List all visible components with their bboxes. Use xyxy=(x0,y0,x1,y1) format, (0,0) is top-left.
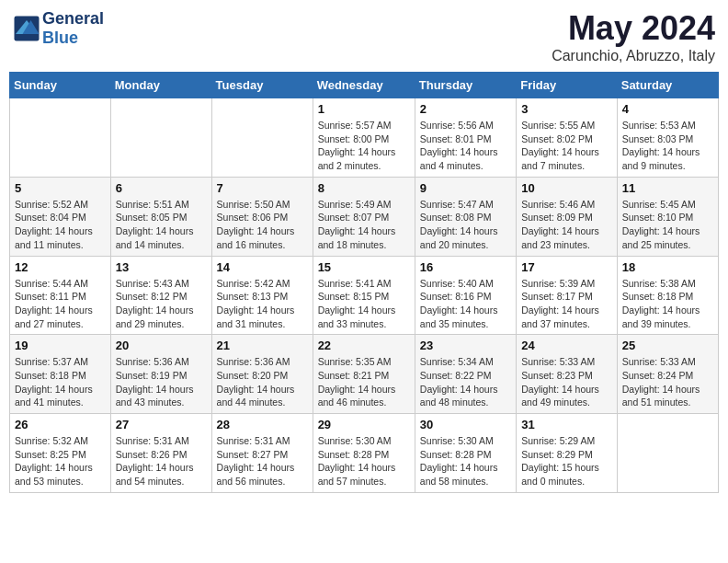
calendar-cell: 7Sunrise: 5:50 AMSunset: 8:06 PMDaylight… xyxy=(211,177,313,256)
cell-info: Sunrise: 5:39 AMSunset: 8:17 PMDaylight:… xyxy=(521,277,612,331)
weekday-header-sunday: Sunday xyxy=(10,73,111,98)
calendar-cell: 21Sunrise: 5:36 AMSunset: 8:20 PMDayligh… xyxy=(211,335,313,414)
calendar-cell xyxy=(10,98,111,178)
calendar-cell: 12Sunrise: 5:44 AMSunset: 8:11 PMDayligh… xyxy=(10,256,111,335)
calendar-cell: 16Sunrise: 5:40 AMSunset: 8:16 PMDayligh… xyxy=(415,256,516,335)
day-number: 27 xyxy=(116,418,207,431)
day-number: 7 xyxy=(217,181,308,195)
cell-info: Sunrise: 5:55 AMSunset: 8:02 PMDaylight:… xyxy=(521,119,612,173)
calendar-cell: 4Sunrise: 5:53 AMSunset: 8:03 PMDaylight… xyxy=(617,98,718,178)
calendar-cell: 18Sunrise: 5:38 AMSunset: 8:18 PMDayligh… xyxy=(617,256,718,335)
cell-info: Sunrise: 5:45 AMSunset: 8:10 PMDaylight:… xyxy=(622,198,713,252)
page-header: General Blue May 2024 Carunchio, Abruzzo… xyxy=(9,9,719,64)
calendar-table: SundayMondayTuesdayWednesdayThursdayFrid… xyxy=(9,72,719,493)
cell-info: Sunrise: 5:31 AMSunset: 8:26 PMDaylight:… xyxy=(116,434,207,488)
cell-info: Sunrise: 5:38 AMSunset: 8:18 PMDaylight:… xyxy=(622,277,713,331)
day-number: 10 xyxy=(521,181,612,195)
cell-info: Sunrise: 5:36 AMSunset: 8:20 PMDaylight:… xyxy=(217,355,308,409)
cell-info: Sunrise: 5:32 AMSunset: 8:25 PMDaylight:… xyxy=(15,434,106,488)
calendar-week-1: 1Sunrise: 5:57 AMSunset: 8:00 PMDaylight… xyxy=(10,98,719,178)
logo-blue-text: Blue xyxy=(42,29,78,47)
weekday-header-monday: Monday xyxy=(110,73,211,98)
weekday-header-friday: Friday xyxy=(517,73,618,98)
day-number: 2 xyxy=(420,102,511,116)
day-number: 28 xyxy=(217,418,308,431)
calendar-cell: 31Sunrise: 5:29 AMSunset: 8:29 PMDayligh… xyxy=(517,414,618,493)
logo-icon xyxy=(13,15,40,42)
cell-info: Sunrise: 5:50 AMSunset: 8:06 PMDaylight:… xyxy=(217,198,308,252)
cell-info: Sunrise: 5:51 AMSunset: 8:05 PMDaylight:… xyxy=(116,198,207,252)
day-number: 19 xyxy=(15,339,106,352)
calendar-header: SundayMondayTuesdayWednesdayThursdayFrid… xyxy=(10,73,719,98)
cell-info: Sunrise: 5:31 AMSunset: 8:27 PMDaylight:… xyxy=(217,434,308,488)
cell-info: Sunrise: 5:40 AMSunset: 8:16 PMDaylight:… xyxy=(420,277,511,331)
day-number: 5 xyxy=(15,181,106,195)
day-number: 13 xyxy=(116,260,207,274)
day-number: 20 xyxy=(116,339,207,352)
day-number: 12 xyxy=(15,260,106,274)
cell-info: Sunrise: 5:49 AMSunset: 8:07 PMDaylight:… xyxy=(318,198,410,252)
calendar-cell: 17Sunrise: 5:39 AMSunset: 8:17 PMDayligh… xyxy=(517,256,618,335)
cell-info: Sunrise: 5:29 AMSunset: 8:29 PMDaylight:… xyxy=(521,434,612,488)
calendar-cell: 9Sunrise: 5:47 AMSunset: 8:08 PMDaylight… xyxy=(415,177,516,256)
calendar-cell: 2Sunrise: 5:56 AMSunset: 8:01 PMDaylight… xyxy=(415,98,516,178)
calendar-cell: 5Sunrise: 5:52 AMSunset: 8:04 PMDaylight… xyxy=(10,177,111,256)
day-number: 15 xyxy=(318,260,410,274)
day-number: 4 xyxy=(622,102,713,116)
cell-info: Sunrise: 5:47 AMSunset: 8:08 PMDaylight:… xyxy=(420,198,511,252)
calendar-cell: 20Sunrise: 5:36 AMSunset: 8:19 PMDayligh… xyxy=(110,335,211,414)
weekday-header-tuesday: Tuesday xyxy=(211,73,313,98)
cell-info: Sunrise: 5:57 AMSunset: 8:00 PMDaylight:… xyxy=(318,119,410,173)
day-number: 21 xyxy=(217,339,308,352)
weekday-header-thursday: Thursday xyxy=(415,73,516,98)
calendar-cell: 23Sunrise: 5:34 AMSunset: 8:22 PMDayligh… xyxy=(415,335,516,414)
day-number: 8 xyxy=(318,181,410,195)
calendar-cell: 25Sunrise: 5:33 AMSunset: 8:24 PMDayligh… xyxy=(617,335,718,414)
calendar-cell: 11Sunrise: 5:45 AMSunset: 8:10 PMDayligh… xyxy=(617,177,718,256)
weekday-header-wednesday: Wednesday xyxy=(313,73,415,98)
cell-info: Sunrise: 5:41 AMSunset: 8:15 PMDaylight:… xyxy=(318,277,410,331)
calendar-cell xyxy=(211,98,313,178)
day-number: 26 xyxy=(15,418,106,431)
calendar-cell: 24Sunrise: 5:33 AMSunset: 8:23 PMDayligh… xyxy=(517,335,618,414)
logo: General Blue xyxy=(13,9,104,48)
day-number: 16 xyxy=(420,260,511,274)
day-number: 17 xyxy=(521,260,612,274)
calendar-week-5: 26Sunrise: 5:32 AMSunset: 8:25 PMDayligh… xyxy=(10,414,719,493)
cell-info: Sunrise: 5:30 AMSunset: 8:28 PMDaylight:… xyxy=(420,434,511,488)
cell-info: Sunrise: 5:53 AMSunset: 8:03 PMDaylight:… xyxy=(622,119,713,173)
calendar-cell: 30Sunrise: 5:30 AMSunset: 8:28 PMDayligh… xyxy=(415,414,516,493)
calendar-cell: 3Sunrise: 5:55 AMSunset: 8:02 PMDaylight… xyxy=(517,98,618,178)
calendar-cell: 14Sunrise: 5:42 AMSunset: 8:13 PMDayligh… xyxy=(211,256,313,335)
day-number: 11 xyxy=(622,181,713,195)
calendar-week-2: 5Sunrise: 5:52 AMSunset: 8:04 PMDaylight… xyxy=(10,177,719,256)
cell-info: Sunrise: 5:44 AMSunset: 8:11 PMDaylight:… xyxy=(15,277,106,331)
calendar-cell: 28Sunrise: 5:31 AMSunset: 8:27 PMDayligh… xyxy=(211,414,313,493)
day-number: 3 xyxy=(521,102,612,116)
calendar-cell xyxy=(110,98,211,178)
day-number: 23 xyxy=(420,339,511,352)
calendar-cell: 27Sunrise: 5:31 AMSunset: 8:26 PMDayligh… xyxy=(110,414,211,493)
cell-info: Sunrise: 5:43 AMSunset: 8:12 PMDaylight:… xyxy=(116,277,207,331)
cell-info: Sunrise: 5:37 AMSunset: 8:18 PMDaylight:… xyxy=(15,355,106,409)
cell-info: Sunrise: 5:35 AMSunset: 8:21 PMDaylight:… xyxy=(318,355,410,409)
day-number: 6 xyxy=(116,181,207,195)
cell-info: Sunrise: 5:42 AMSunset: 8:13 PMDaylight:… xyxy=(217,277,308,331)
calendar-cell: 6Sunrise: 5:51 AMSunset: 8:05 PMDaylight… xyxy=(110,177,211,256)
calendar-cell: 29Sunrise: 5:30 AMSunset: 8:28 PMDayligh… xyxy=(313,414,415,493)
month-year-title: May 2024 xyxy=(552,9,715,48)
calendar-cell: 15Sunrise: 5:41 AMSunset: 8:15 PMDayligh… xyxy=(313,256,415,335)
day-number: 14 xyxy=(217,260,308,274)
cell-info: Sunrise: 5:36 AMSunset: 8:19 PMDaylight:… xyxy=(116,355,207,409)
calendar-cell: 8Sunrise: 5:49 AMSunset: 8:07 PMDaylight… xyxy=(313,177,415,256)
cell-info: Sunrise: 5:56 AMSunset: 8:01 PMDaylight:… xyxy=(420,119,511,173)
cell-info: Sunrise: 5:33 AMSunset: 8:23 PMDaylight:… xyxy=(521,355,612,409)
cell-info: Sunrise: 5:46 AMSunset: 8:09 PMDaylight:… xyxy=(521,198,612,252)
day-number: 24 xyxy=(521,339,612,352)
day-number: 1 xyxy=(318,102,410,116)
day-number: 25 xyxy=(622,339,713,352)
day-number: 9 xyxy=(420,181,511,195)
calendar-cell: 22Sunrise: 5:35 AMSunset: 8:21 PMDayligh… xyxy=(313,335,415,414)
cell-info: Sunrise: 5:34 AMSunset: 8:22 PMDaylight:… xyxy=(420,355,511,409)
cell-info: Sunrise: 5:33 AMSunset: 8:24 PMDaylight:… xyxy=(622,355,713,409)
